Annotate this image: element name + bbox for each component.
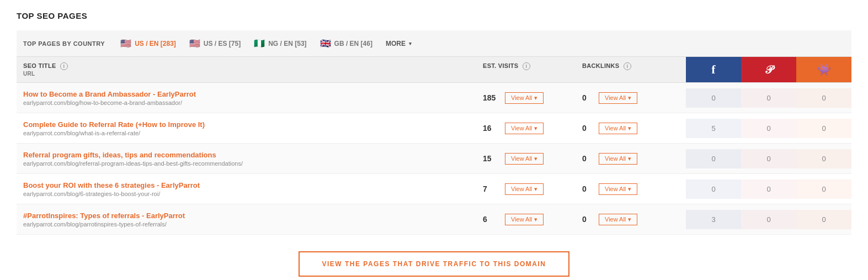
- page-url-5: earlyparrot.com/blog/parrotinspires-type…: [23, 221, 470, 228]
- col-header-backlinks: BACKLINKS i: [576, 57, 686, 82]
- more-button[interactable]: MORE ▾: [379, 38, 418, 50]
- cell-backlinks-2: 0 View All ▾: [576, 117, 686, 140]
- cell-fb-3: 0: [686, 149, 741, 168]
- table-row: Referral program gifts, ideas, tips and …: [17, 144, 851, 174]
- page-url-2: earlyparrot.com/blog/what-is-a-referral-…: [23, 130, 470, 136]
- country-tab-ng-en[interactable]: 🇳🇬 NG / EN [53]: [247, 36, 313, 51]
- page-link-4[interactable]: Boost your ROI with these 6 strategies -…: [23, 181, 200, 189]
- facebook-icon: f: [711, 62, 715, 77]
- cell-title-3: Referral program gifts, ideas, tips and …: [17, 145, 476, 172]
- chevron-down-icon: ▾: [628, 155, 631, 162]
- page-link-2[interactable]: Complete Guide to Referral Rate (+How to…: [23, 120, 205, 129]
- backlinks-num-5: 0: [582, 215, 593, 224]
- cta-section: VIEW THE PAGES THAT DRIVE TRAFFIC TO THI…: [17, 235, 851, 280]
- cell-pinterest-3: 0: [741, 149, 796, 168]
- chevron-down-icon: ▾: [628, 125, 631, 132]
- view-traffic-pages-button[interactable]: VIEW THE PAGES THAT DRIVE TRAFFIC TO THI…: [299, 251, 569, 277]
- cell-backlinks-3: 0 View All ▾: [576, 147, 686, 170]
- cell-reddit-5: 0: [796, 210, 851, 229]
- view-all-visits-2[interactable]: View All ▾: [505, 123, 544, 134]
- seo-table: SEO TITLE i URL EST. VISITS i BACKLINKS …: [17, 56, 851, 235]
- more-chevron-icon: ▾: [409, 41, 412, 46]
- cell-reddit-1: 0: [796, 88, 851, 108]
- col-header-seo-title: SEO TITLE i URL: [17, 57, 476, 82]
- col-header-url: URL: [23, 71, 35, 77]
- page-link-1[interactable]: How to Become a Brand Ambassador - Early…: [23, 90, 196, 98]
- more-label: MORE: [386, 40, 406, 47]
- view-all-backlinks-5[interactable]: View All ▾: [599, 214, 637, 225]
- view-all-visits-3[interactable]: View All ▾: [505, 153, 544, 165]
- cell-title-4: Boost your ROI with these 6 strategies -…: [17, 176, 476, 203]
- col-header-facebook: f: [686, 57, 741, 82]
- country-tab-gb-en[interactable]: 🇬🇧 GB / EN [46]: [313, 36, 379, 51]
- cell-visits-5: 6 View All ▾: [476, 208, 576, 231]
- tab-label-gb-en: GB / EN [46]: [334, 40, 372, 47]
- view-all-visits-5[interactable]: View All ▾: [505, 214, 544, 225]
- cell-title-2: Complete Guide to Referral Rate (+How to…: [17, 115, 476, 142]
- backlinks-num-4: 0: [582, 184, 593, 193]
- info-icon-visits[interactable]: i: [523, 62, 530, 70]
- cell-fb-1: 0: [686, 88, 741, 108]
- visits-num-3: 15: [483, 154, 499, 163]
- chevron-down-icon: ▾: [628, 186, 631, 193]
- cell-pinterest-4: 0: [741, 179, 796, 199]
- table-row: How to Become a Brand Ambassador - Early…: [17, 83, 851, 113]
- visits-num-2: 16: [483, 124, 499, 133]
- flag-gb-en: 🇬🇧: [320, 38, 331, 49]
- table-header: SEO TITLE i URL EST. VISITS i BACKLINKS …: [17, 56, 851, 83]
- country-tabs-bar: TOP PAGES BY COUNTRY 🇺🇸 US / EN [283] 🇺🇸…: [17, 30, 851, 56]
- pinterest-icon: 𝒫: [765, 64, 773, 76]
- country-tab-us-en[interactable]: 🇺🇸 US / EN [283]: [114, 36, 183, 51]
- country-tabs-label: TOP PAGES BY COUNTRY: [23, 40, 105, 47]
- view-all-backlinks-3[interactable]: View All ▾: [599, 153, 637, 165]
- cell-visits-4: 7 View All ▾: [476, 178, 576, 200]
- reddit-icon: 👾: [817, 63, 831, 76]
- view-all-visits-4[interactable]: View All ▾: [505, 183, 544, 195]
- view-all-visits-1[interactable]: View All ▾: [505, 92, 544, 104]
- chevron-down-icon: ▾: [534, 155, 537, 162]
- visits-num-5: 6: [483, 215, 499, 224]
- page-url-3: earlyparrot.com/blog/referral-program-id…: [23, 160, 470, 167]
- cell-visits-1: 185 View All ▾: [476, 87, 576, 109]
- cell-reddit-4: 0: [796, 179, 851, 199]
- section-title: TOP SEO PAGES: [17, 11, 851, 20]
- table-row: #ParrotInspires: Types of referrals - Ea…: [17, 204, 851, 235]
- tab-label-us-en: US / EN [283]: [135, 40, 176, 47]
- tab-label-ng-en: NG / EN [53]: [268, 40, 306, 47]
- table-row: Boost your ROI with these 6 strategies -…: [17, 174, 851, 204]
- info-icon-title[interactable]: i: [60, 62, 68, 70]
- visits-num-1: 185: [483, 93, 499, 102]
- cell-reddit-2: 0: [796, 119, 851, 138]
- cell-title-5: #ParrotInspires: Types of referrals - Ea…: [17, 206, 476, 233]
- flag-ng-en: 🇳🇬: [254, 38, 265, 49]
- cell-reddit-3: 0: [796, 149, 851, 168]
- chevron-down-icon: ▾: [534, 125, 537, 132]
- flag-us-es: 🇺🇸: [189, 38, 200, 49]
- cell-pinterest-2: 0: [741, 119, 796, 138]
- chevron-down-icon: ▾: [628, 94, 631, 102]
- page-url-4: earlyparrot.com/blog/6-strategies-to-boo…: [23, 191, 470, 197]
- info-icon-backlinks[interactable]: i: [624, 62, 631, 70]
- cell-fb-4: 0: [686, 179, 741, 199]
- cell-pinterest-1: 0: [741, 88, 796, 108]
- country-tab-us-es[interactable]: 🇺🇸 US / ES [75]: [183, 36, 247, 51]
- cell-backlinks-4: 0 View All ▾: [576, 178, 686, 200]
- page-link-5[interactable]: #ParrotInspires: Types of referrals - Ea…: [23, 212, 185, 220]
- page-link-3[interactable]: Referral program gifts, ideas, tips and …: [23, 151, 216, 159]
- table-row: Complete Guide to Referral Rate (+How to…: [17, 113, 851, 144]
- chevron-down-icon: ▾: [534, 216, 537, 223]
- view-all-backlinks-1[interactable]: View All ▾: [599, 92, 637, 104]
- visits-num-4: 7: [483, 184, 499, 193]
- backlinks-num-1: 0: [582, 93, 593, 102]
- cell-visits-3: 15 View All ▾: [476, 147, 576, 170]
- cell-backlinks-5: 0 View All ▾: [576, 208, 686, 231]
- cell-pinterest-5: 0: [741, 210, 796, 229]
- col-header-visits: EST. VISITS i: [476, 57, 576, 82]
- view-all-backlinks-4[interactable]: View All ▾: [599, 183, 637, 195]
- chevron-down-icon: ▾: [628, 216, 631, 223]
- view-all-backlinks-2[interactable]: View All ▾: [599, 123, 637, 134]
- col-header-pinterest: 𝒫: [741, 57, 796, 82]
- backlinks-num-2: 0: [582, 124, 593, 133]
- chevron-down-icon: ▾: [534, 94, 537, 102]
- cell-visits-2: 16 View All ▾: [476, 117, 576, 140]
